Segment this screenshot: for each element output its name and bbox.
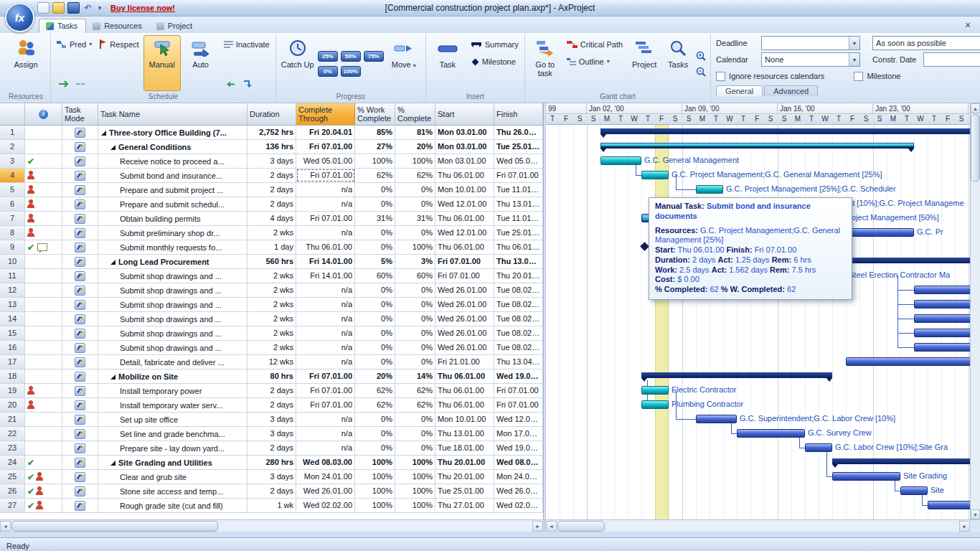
percent-complete-cell[interactable]: 20% — [395, 140, 435, 154]
percent-complete-cell[interactable]: 0% — [395, 326, 435, 340]
complete-through-cell[interactable]: n/a — [296, 312, 355, 326]
finish-cell[interactable]: Wed 19.01.00 — [494, 369, 543, 383]
catch-up-button[interactable]: Catch Up — [279, 35, 316, 91]
task-mode-cell[interactable] — [62, 398, 98, 412]
complete-through-cell[interactable]: Fri 07.01.00 — [296, 384, 355, 397]
percent-complete-cell[interactable]: 100% — [395, 484, 435, 498]
collapse-triangle-icon[interactable] — [110, 375, 116, 380]
task-name-cell[interactable]: Submit shop drawings and ... — [98, 326, 248, 340]
row-number-cell[interactable]: 11 — [0, 269, 25, 283]
start-cell[interactable]: Thu 13.01.00 — [435, 427, 494, 441]
work-complete-cell[interactable]: 0% — [355, 355, 395, 369]
complete-through-cell[interactable]: n/a — [296, 283, 355, 297]
gantt-bar[interactable] — [696, 415, 737, 423]
task-mode-cell[interactable] — [62, 269, 98, 283]
task-name-cell[interactable]: Submit shop drawings and ... — [98, 312, 248, 326]
task-mode-cell[interactable] — [62, 255, 98, 268]
gantt-bar[interactable] — [696, 185, 723, 194]
duration-header[interactable]: Duration — [248, 103, 296, 125]
gantt-bar[interactable] — [914, 343, 970, 352]
row-number-cell[interactable]: 4 — [0, 169, 25, 182]
row-number-cell[interactable]: 10 — [0, 255, 25, 268]
gantt-bar[interactable] — [832, 472, 900, 481]
complete-through-cell[interactable]: Fri 14.01.00 — [296, 255, 355, 268]
start-cell[interactable]: Thu 06.01.00 — [435, 240, 494, 254]
duration-cell[interactable]: 280 hrs — [248, 456, 296, 469]
task-mode-cell[interactable] — [62, 355, 98, 369]
complete-through-header[interactable]: Complete Through — [296, 103, 355, 125]
start-cell[interactable]: Wed 26.01.00 — [435, 283, 494, 297]
complete-through-cell[interactable]: n/a — [296, 183, 355, 197]
unlink-tasks-icon[interactable] — [74, 78, 87, 90]
row-number-cell[interactable]: 27 — [0, 499, 25, 512]
percent-complete-cell[interactable]: 14% — [395, 369, 435, 383]
manually-schedule-button[interactable]: Manual — [143, 35, 181, 91]
work-complete-cell[interactable]: 62% — [355, 169, 395, 182]
complete-through-cell[interactable]: n/a — [296, 427, 355, 441]
percent-complete-cell[interactable]: 100% — [395, 456, 435, 469]
move-button[interactable]: Move ▾ — [385, 35, 423, 91]
task-name-cell[interactable]: Submit shop drawings and ... — [98, 283, 248, 297]
zoom-project-button[interactable]: Project — [627, 35, 661, 91]
finish-cell[interactable]: Wed 26.01.00 — [494, 484, 543, 498]
task-name-cell[interactable]: Submit bond and insurance... — [98, 169, 248, 182]
progress-100-button[interactable]: 100% — [341, 66, 361, 77]
table-row[interactable]: 16Submit shop drawings and ...2 wksn/a0%… — [0, 341, 543, 355]
table-row[interactable]: 15Submit shop drawings and ...2 wksn/a0%… — [0, 326, 543, 341]
finish-cell[interactable]: Tue 08.02.00 — [494, 341, 543, 354]
gantt-bar[interactable] — [641, 386, 669, 395]
app-logo-icon[interactable]: fx — [5, 3, 34, 32]
deadline-combo[interactable]: ▾ — [761, 36, 860, 50]
percent-complete-cell[interactable]: 100% — [395, 240, 435, 254]
task-name-cell[interactable]: Clear and grub site — [98, 470, 248, 484]
table-row[interactable]: 14Submit shop drawings and ...2 wksn/a0%… — [0, 312, 543, 326]
scroll-right-icon[interactable]: ▸ — [532, 521, 543, 532]
table-row[interactable]: 24✔Site Grading and Utilities280 hrsWed … — [0, 456, 543, 470]
scroll-down-icon[interactable]: ▾ — [971, 509, 980, 519]
finish-cell[interactable]: Wed 19.01.00 — [494, 441, 543, 455]
table-row[interactable]: 5Prepare and submit project ...2 daysn/a… — [0, 183, 543, 197]
work-complete-header[interactable]: % Work Complete — [355, 103, 395, 125]
insert-milestone-button[interactable]: Milestone — [468, 54, 522, 69]
table-row[interactable]: 22Set line and grade benchma...3 daysn/a… — [0, 427, 543, 441]
duration-cell[interactable]: 2 wks — [248, 312, 296, 326]
collapse-triangle-icon[interactable] — [110, 461, 116, 466]
row-number-cell[interactable]: 5 — [0, 183, 25, 197]
task-name-header[interactable]: Task Name — [98, 103, 248, 125]
duration-cell[interactable]: 3 days — [248, 154, 296, 168]
work-complete-cell[interactable]: 100% — [355, 154, 395, 168]
checkbox-icon[interactable] — [716, 72, 725, 81]
work-complete-cell[interactable]: 0% — [355, 413, 395, 426]
duration-cell[interactable]: 4 days — [248, 212, 296, 225]
task-name-cell[interactable]: Prepare and submit schedul... — [98, 197, 248, 211]
work-complete-cell[interactable]: 100% — [355, 470, 395, 484]
row-number-cell[interactable]: 2 — [0, 140, 25, 154]
duration-cell[interactable]: 2,752 hrs — [248, 126, 296, 139]
link-tasks-icon[interactable] — [57, 78, 70, 90]
table-row[interactable]: 4Submit bond and insurance...2 daysFri 0… — [0, 169, 543, 183]
complete-through-cell[interactable]: Fri 07.01.00 — [296, 369, 355, 383]
duration-cell[interactable]: 2 days — [248, 169, 296, 182]
task-name-cell[interactable]: Rough grade site (cut and fill) — [98, 499, 248, 512]
percent-complete-cell[interactable]: 62% — [395, 398, 435, 412]
finish-cell[interactable]: Tue 11.01.00 — [494, 183, 543, 197]
gantt-bar[interactable] — [641, 400, 669, 409]
task-mode-cell[interactable] — [62, 326, 98, 340]
gantt-bar[interactable] — [641, 372, 832, 378]
start-cell[interactable]: Tue 18.01.00 — [435, 441, 494, 455]
task-mode-cell[interactable] — [62, 427, 98, 441]
task-mode-cell[interactable] — [62, 312, 98, 326]
finish-cell[interactable]: Tue 25.01.00 — [494, 140, 543, 154]
complete-through-cell[interactable]: Wed 05.01.00 — [296, 154, 355, 168]
progress-25-button[interactable]: 25% — [318, 51, 338, 62]
work-complete-cell[interactable]: 0% — [355, 298, 395, 311]
percent-complete-cell[interactable]: 0% — [395, 355, 435, 369]
start-cell[interactable]: Mon 03.01.00 — [435, 140, 494, 154]
table-row[interactable]: 9✔Submit monthly requests fo...1 dayThu … — [0, 240, 543, 255]
row-number-cell[interactable]: 20 — [0, 398, 25, 412]
task-name-cell[interactable]: Set line and grade benchma... — [98, 427, 248, 441]
row-number-cell[interactable]: 9 — [0, 240, 25, 254]
table-row[interactable]: 20Install temporary water serv...2 daysF… — [0, 398, 543, 413]
row-number-cell[interactable]: 18 — [0, 369, 25, 383]
work-complete-cell[interactable]: 100% — [355, 456, 395, 469]
